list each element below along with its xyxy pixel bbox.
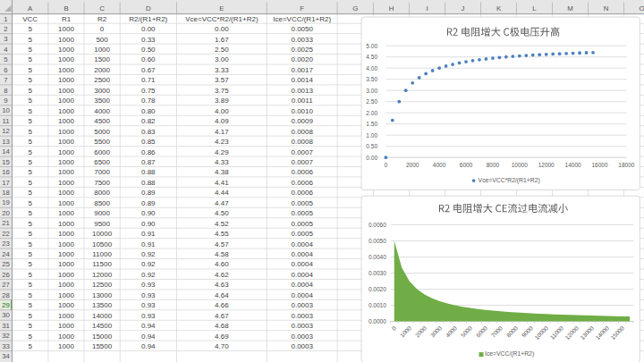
svg-text:1000: 1000	[58, 189, 74, 197]
svg-text:0.78: 0.78	[141, 97, 156, 105]
svg-text:20: 20	[2, 209, 10, 217]
svg-text:15000: 15000	[92, 333, 113, 341]
svg-text:22: 22	[2, 230, 10, 238]
svg-text:16000: 16000	[591, 162, 607, 168]
svg-text:5: 5	[28, 322, 32, 330]
svg-text:1000: 1000	[58, 179, 74, 187]
svg-text:J: J	[462, 4, 465, 13]
svg-text:5: 5	[28, 209, 32, 217]
svg-text:6500: 6500	[94, 158, 110, 166]
svg-text:16: 16	[2, 168, 10, 176]
svg-text:1000: 1000	[94, 46, 110, 54]
svg-text:5: 5	[28, 25, 32, 33]
svg-text:5: 5	[28, 250, 32, 258]
svg-text:26: 26	[2, 271, 10, 279]
svg-text:18000: 18000	[618, 162, 634, 168]
svg-text:5: 5	[28, 148, 32, 156]
svg-text:31: 31	[2, 322, 10, 330]
svg-text:1000: 1000	[58, 342, 74, 350]
svg-text:4.09: 4.09	[215, 117, 229, 125]
svg-text:5: 5	[28, 66, 32, 74]
svg-text:0.94: 0.94	[141, 342, 156, 350]
svg-text:4000: 4000	[433, 162, 446, 168]
svg-text:R2: R2	[97, 15, 107, 23]
svg-text:3.33: 3.33	[215, 66, 229, 74]
svg-text:18: 18	[2, 189, 10, 197]
svg-text:4.00: 4.00	[366, 65, 377, 72]
svg-text:0.0060: 0.0060	[369, 222, 386, 228]
svg-text:0.0040: 0.0040	[369, 254, 386, 260]
svg-text:0.88: 0.88	[141, 179, 156, 187]
svg-text:0.0008: 0.0008	[291, 128, 313, 136]
svg-text:5500: 5500	[94, 138, 110, 146]
svg-text:0.90: 0.90	[141, 220, 156, 228]
svg-text:1000: 1000	[58, 209, 74, 217]
svg-text:0.0007: 0.0007	[291, 158, 313, 166]
svg-text:2.00: 2.00	[366, 110, 377, 116]
svg-text:1.67: 1.67	[215, 36, 229, 44]
svg-text:6000: 6000	[94, 148, 110, 156]
svg-text:1: 1	[4, 15, 7, 23]
svg-text:8500: 8500	[94, 199, 110, 207]
svg-text:4000: 4000	[94, 107, 110, 115]
svg-text:12000: 12000	[538, 162, 555, 168]
svg-text:28: 28	[2, 291, 10, 299]
svg-text:3000: 3000	[94, 87, 110, 95]
svg-text:0.0005: 0.0005	[291, 230, 313, 238]
svg-text:0.0011: 0.0011	[292, 97, 313, 105]
svg-text:4500: 4500	[94, 117, 110, 125]
svg-text:5: 5	[28, 107, 32, 115]
svg-text:I: I	[426, 4, 428, 13]
svg-text:0.82: 0.82	[141, 117, 156, 125]
svg-text:5: 5	[28, 138, 32, 146]
svg-text:27: 27	[2, 281, 10, 289]
svg-text:0.88: 0.88	[141, 168, 156, 176]
svg-text:0.91: 0.91	[141, 230, 156, 238]
svg-text:0.0033: 0.0033	[291, 36, 313, 44]
svg-text:N: N	[604, 4, 609, 13]
svg-text:4.64: 4.64	[215, 291, 229, 299]
svg-text:4.50: 4.50	[366, 54, 377, 60]
svg-text:13: 13	[2, 138, 10, 146]
svg-text:33: 33	[2, 342, 10, 350]
svg-text:1000: 1000	[58, 260, 74, 268]
svg-text:4.60: 4.60	[215, 260, 229, 268]
svg-text:3.00: 3.00	[215, 55, 229, 63]
svg-text:Vce=VCC*R2/(R1+R2): Vce=VCC*R2/(R1+R2)	[479, 177, 540, 184]
svg-text:0.89: 0.89	[141, 189, 156, 197]
svg-text:4.62: 4.62	[215, 271, 229, 279]
svg-text:0.0006: 0.0006	[291, 189, 313, 197]
svg-text:21: 21	[2, 219, 10, 227]
svg-text:4: 4	[4, 46, 8, 54]
svg-text:6: 6	[4, 66, 7, 74]
svg-text:11500: 11500	[92, 260, 112, 268]
svg-text:0.0020: 0.0020	[291, 55, 313, 63]
svg-text:1.50: 1.50	[366, 121, 377, 127]
svg-text:5: 5	[28, 158, 32, 166]
svg-text:0.0017: 0.0017	[291, 66, 313, 74]
svg-text:0.0020: 0.0020	[369, 286, 386, 292]
svg-text:1000: 1000	[58, 220, 74, 228]
svg-text:13000: 13000	[92, 291, 113, 299]
svg-text:0.86: 0.86	[141, 148, 156, 156]
svg-text:14000: 14000	[92, 312, 113, 320]
svg-text:5: 5	[28, 179, 32, 187]
svg-text:1000: 1000	[58, 333, 74, 341]
svg-text:7000: 7000	[94, 168, 110, 176]
svg-text:0.0005: 0.0005	[291, 209, 313, 217]
svg-text:3.89: 3.89	[215, 97, 229, 105]
svg-text:5: 5	[28, 199, 32, 207]
svg-text:G: G	[352, 4, 358, 13]
svg-text:Ice=VCC/(R1+R2): Ice=VCC/(R1+R2)	[485, 350, 534, 358]
svg-text:3.50: 3.50	[366, 76, 377, 82]
svg-text:1000: 1000	[58, 107, 74, 115]
svg-text:10500: 10500	[92, 240, 113, 248]
svg-text:1000: 1000	[58, 76, 74, 84]
svg-text:2000: 2000	[94, 66, 110, 74]
svg-text:5: 5	[28, 128, 32, 136]
svg-text:34: 34	[2, 352, 10, 360]
svg-text:1000: 1000	[58, 25, 74, 33]
svg-text:1000: 1000	[58, 66, 74, 74]
svg-text:9: 9	[4, 97, 7, 105]
svg-text:5: 5	[28, 220, 32, 228]
